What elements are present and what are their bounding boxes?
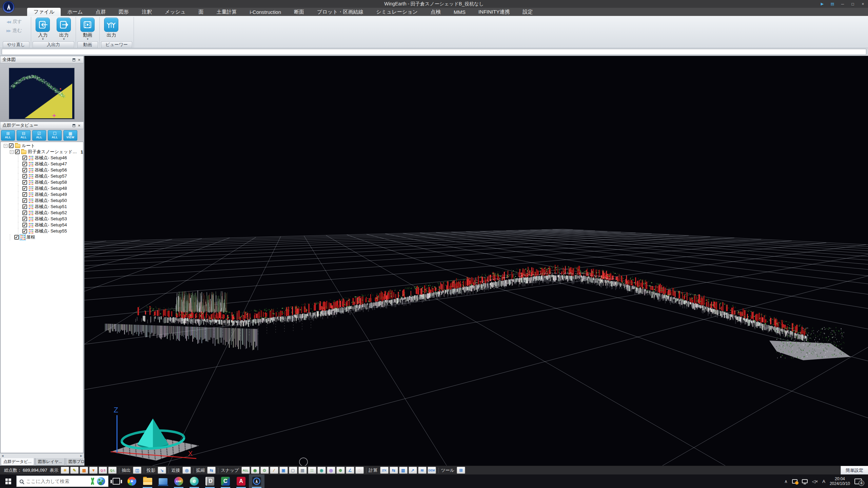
tray-chevron-icon[interactable]: ∧ <box>784 479 788 484</box>
tree-item-setup[interactable]: ✓ 器械点- Setup55 <box>1 228 83 234</box>
tray-ime-icon[interactable]: A <box>822 479 825 484</box>
pin-icon[interactable] <box>73 124 75 127</box>
autocad-button[interactable]: A <box>233 474 249 488</box>
tree-item-project[interactable]: − ✓ 田子倉スノーシェッド（練習用1） 1 <box>1 149 83 155</box>
checkbox[interactable]: ✓ <box>22 156 27 160</box>
erp-app-button[interactable]: ERP <box>171 474 186 488</box>
calc-section-icon[interactable]: Z/X <box>380 467 389 474</box>
tree-item-setup[interactable]: ✓ 器械点- Setup54 <box>1 222 83 228</box>
snap-all-icon[interactable]: ALL <box>241 467 250 474</box>
menu-tab[interactable]: シミュレーション <box>370 8 424 16</box>
dropdown-arrow-icon[interactable]: ▼ <box>62 38 65 41</box>
scroll-right-icon[interactable]: ► <box>80 454 83 458</box>
taskview-button[interactable] <box>108 474 124 488</box>
notifications-icon[interactable]: 4 <box>854 479 862 484</box>
checkbox[interactable]: ✓ <box>22 223 27 227</box>
calc-slope-icon[interactable]: ↗ <box>409 467 417 474</box>
checkbox[interactable]: ✓ <box>22 174 27 179</box>
decimate-icon[interactable]: ▼ <box>89 467 98 474</box>
checkbox[interactable]: ✓ <box>22 162 27 166</box>
panel-close-icon[interactable]: × <box>77 58 81 62</box>
view-selection-button[interactable]: ▦ VIEW <box>63 130 77 141</box>
maximize-button[interactable]: □ <box>848 0 858 8</box>
tab-pointcloud-data[interactable]: 点群データビ... <box>1 458 34 466</box>
checkbox[interactable]: ✓ <box>22 192 27 197</box>
calc-area-icon[interactable]: ▨ <box>399 467 408 474</box>
calc-contour-icon[interactable]: ≋ <box>418 467 427 474</box>
menu-tab[interactable]: i-Construction <box>243 8 288 16</box>
tree-item-setup[interactable]: ✓ 器械点- Setup48 <box>1 185 83 191</box>
menu-tab[interactable]: ホーム <box>61 8 89 16</box>
tree-item-setup[interactable]: ✓ 器械点- Setup56 <box>1 167 83 173</box>
chrome-button[interactable] <box>124 474 140 488</box>
collapse-all-button[interactable]: ⊟ ALL <box>17 130 31 141</box>
tool-node-icon[interactable]: ⊞ <box>457 467 465 474</box>
panel-close-icon[interactable]: × <box>77 123 81 128</box>
close-button[interactable]: × <box>858 0 868 8</box>
checkbox[interactable]: ✓ <box>14 235 19 240</box>
scroll-left-icon[interactable]: ◄ <box>1 454 4 458</box>
undo-button[interactable]: ◀◀ 戻す <box>4 18 25 26</box>
overview-map[interactable] <box>9 68 75 119</box>
menu-tab[interactable]: メッシュ <box>158 8 192 16</box>
checkbox[interactable]: ✓ <box>22 217 27 221</box>
menu-tab[interactable]: INFINITY連携 <box>472 8 516 16</box>
tree-item-setup[interactable]: ✓ 器械点- Setup49 <box>1 191 83 198</box>
layout-panels-icon[interactable]: ▤ <box>827 0 837 8</box>
menu-tab[interactable]: 点検 <box>424 8 447 16</box>
snap-rect-ghost-icon[interactable]: ▢ <box>289 467 297 474</box>
easy-settings-button[interactable]: 簡単設定 <box>841 466 868 474</box>
input-button[interactable]: 入力 ▼ <box>34 18 52 41</box>
tree-item-setup[interactable]: ✓ 器械点- Setup50 <box>1 198 83 204</box>
snap-angle-icon[interactable]: ∠ <box>346 467 354 474</box>
checkbox[interactable]: ✓ <box>22 210 27 215</box>
menu-tab[interactable]: 土量計算 <box>210 8 243 16</box>
draw-style-icon[interactable]: ✎ <box>70 467 79 474</box>
tray-sync-icon[interactable] <box>792 479 797 484</box>
tree-item-roof[interactable]: ✓ 屋根 <box>1 234 83 240</box>
pc-app-button[interactable] <box>155 474 171 488</box>
expand-all-button[interactable]: ⊞ ALL <box>1 130 15 141</box>
tab-shape-layer[interactable]: 図形レイヤ... <box>35 458 65 466</box>
expander-icon[interactable]: − <box>4 144 7 148</box>
uncheck-all-button[interactable]: ☐ ALL <box>48 130 62 141</box>
proximity-icon[interactable]: ◎ <box>182 467 191 474</box>
output-button[interactable]: 出力 ▼ <box>55 18 73 41</box>
tray-volume-muted-icon[interactable]: ◁× <box>812 479 818 484</box>
menu-tab[interactable]: ファイル <box>27 8 61 16</box>
quick-large-icon[interactable]: Q.L <box>108 467 117 474</box>
menu-tab[interactable]: 断面 <box>288 8 311 16</box>
dictionary-app-button[interactable]: D <box>202 474 218 488</box>
checkbox[interactable]: ✓ <box>22 168 27 172</box>
checkbox[interactable]: ✓ <box>15 149 20 154</box>
quick-small-icon[interactable]: Q.S <box>99 467 107 474</box>
calc-distance-icon[interactable]: ⇆ <box>390 467 398 474</box>
scale-icon[interactable]: ⇆ <box>207 467 216 474</box>
calc-dem-icon[interactable]: DEM <box>428 467 436 474</box>
tree-item-setup[interactable]: ✓ 器械点- Setup51 <box>1 204 83 210</box>
checkbox[interactable]: ✓ <box>22 180 27 185</box>
projection-icon[interactable]: ↘ <box>158 467 166 474</box>
tree-item-setup[interactable]: ✓ 器械点- Setup53 <box>1 216 83 222</box>
menu-tab[interactable]: 図形 <box>112 8 135 16</box>
explorer-button[interactable] <box>140 474 155 488</box>
redo-button[interactable]: ▶▶ 進む <box>4 26 25 35</box>
checkbox[interactable]: ✓ <box>9 143 14 148</box>
snap-endpoint-icon[interactable]: ⊙ <box>260 467 269 474</box>
expander-icon[interactable]: − <box>10 150 14 154</box>
tray-network-icon[interactable] <box>802 479 808 483</box>
command-input[interactable] <box>2 49 866 55</box>
pointcloud-3d-view[interactable] <box>84 56 868 466</box>
dropdown-arrow-icon[interactable]: ▼ <box>41 38 44 41</box>
tree-horizontal-scrollbar[interactable]: ◄ ► <box>0 453 84 458</box>
menu-tab[interactable]: 設定 <box>516 8 539 16</box>
checkbox[interactable]: ✓ <box>22 186 27 191</box>
menu-tab[interactable]: プロット・区画結線 <box>311 8 370 16</box>
search-input[interactable] <box>26 479 87 484</box>
snap-rect-icon[interactable]: ▣ <box>279 467 288 474</box>
menu-tab[interactable]: 面 <box>192 8 210 16</box>
start-button[interactable] <box>0 474 16 488</box>
menu-tab[interactable]: MMS <box>447 8 472 16</box>
minimize-button[interactable]: ─ <box>837 0 848 8</box>
snap-region-icon[interactable]: ◌ <box>355 467 364 474</box>
